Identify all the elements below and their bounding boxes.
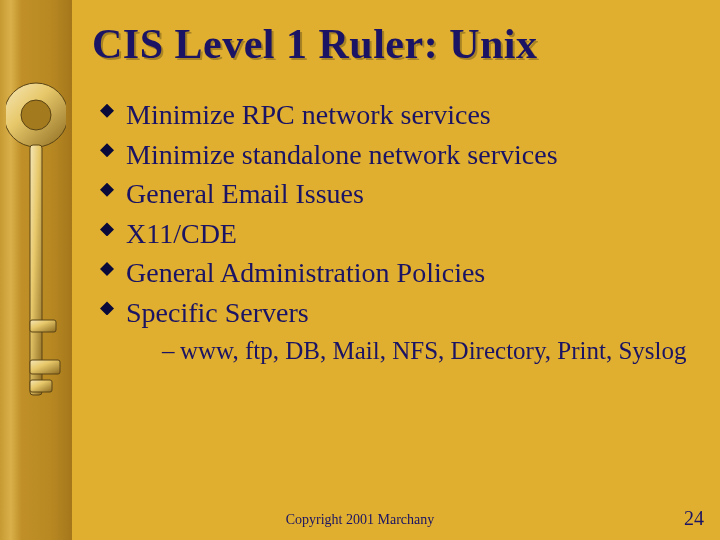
list-item: Minimize RPC network services xyxy=(100,96,720,134)
diamond-bullet-icon xyxy=(100,104,114,118)
svg-rect-5 xyxy=(30,320,56,332)
dash-bullet-icon: – xyxy=(162,335,175,368)
bullet-text: General Administration Policies xyxy=(126,257,485,288)
list-item: X11/CDE xyxy=(100,215,720,253)
svg-rect-2 xyxy=(30,145,42,395)
bullet-text: Minimize RPC network services xyxy=(126,99,491,130)
list-item: Specific Servers – www, ftp, DB, Mail, N… xyxy=(100,294,720,368)
diamond-bullet-icon xyxy=(100,183,114,197)
list-item: General Email Issues xyxy=(100,175,720,213)
svg-rect-4 xyxy=(30,380,52,392)
slide-number: 24 xyxy=(684,507,704,530)
bullet-text: X11/CDE xyxy=(126,218,237,249)
key-icon xyxy=(6,60,66,480)
list-item: General Administration Policies xyxy=(100,254,720,292)
diamond-bullet-icon xyxy=(100,301,114,315)
slide-title: CIS Level 1 Ruler: Unix xyxy=(92,20,720,68)
slide-content: CIS Level 1 Ruler: Unix Minimize RPC net… xyxy=(92,0,720,540)
sub-list-item: – www, ftp, DB, Mail, NFS, Directory, Pr… xyxy=(162,335,720,368)
diamond-bullet-icon xyxy=(100,143,114,157)
decorative-sidebar xyxy=(0,0,72,540)
sub-bullet-text: www, ftp, DB, Mail, NFS, Directory, Prin… xyxy=(180,337,686,364)
footer-copyright: Copyright 2001 Marchany xyxy=(0,512,720,528)
diamond-bullet-icon xyxy=(100,262,114,276)
bullet-list: Minimize RPC network services Minimize s… xyxy=(100,96,720,368)
bullet-text: General Email Issues xyxy=(126,178,364,209)
svg-rect-3 xyxy=(30,360,60,374)
bullet-text: Specific Servers xyxy=(126,297,309,328)
list-item: Minimize standalone network services xyxy=(100,136,720,174)
diamond-bullet-icon xyxy=(100,222,114,236)
sub-bullet-list: – www, ftp, DB, Mail, NFS, Directory, Pr… xyxy=(162,335,720,368)
svg-point-1 xyxy=(21,100,51,130)
bullet-text: Minimize standalone network services xyxy=(126,139,558,170)
